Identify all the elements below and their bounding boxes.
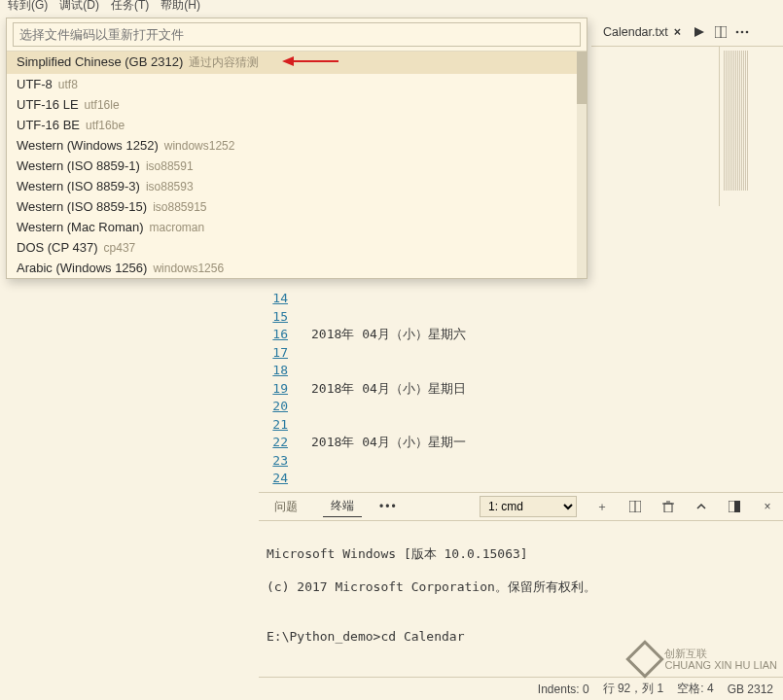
encoding-hint: utf16be: [86, 119, 125, 132]
tab-problems[interactable]: 问题: [267, 497, 305, 517]
split-editor-icon[interactable]: [712, 23, 730, 41]
scrollbar[interactable]: [577, 52, 587, 278]
editor[interactable]: 14 15 16 17 18 19 20 21 22 23 24 2018年 0…: [0, 290, 783, 486]
line-number: 20: [272, 399, 288, 413]
encoding-name: Western (ISO 8859-3): [17, 179, 140, 193]
run-icon[interactable]: [691, 23, 708, 41]
encoding-hint: windows1252: [164, 139, 235, 153]
encoding-hint: iso88591: [146, 159, 194, 173]
menu-debug[interactable]: 调试(D): [59, 0, 99, 12]
watermark-logo-icon: [626, 640, 665, 679]
encoding-option[interactable]: Western (Windows 1252) windows1252: [7, 135, 587, 156]
svg-point-5: [736, 30, 739, 33]
panel-more-icon[interactable]: •••: [379, 500, 398, 513]
encoding-name: UTF-8: [17, 77, 53, 91]
svg-rect-14: [734, 501, 740, 512]
line-number: 24: [272, 471, 288, 485]
maximize-panel-icon[interactable]: [727, 499, 742, 514]
encoding-option[interactable]: Western (ISO 8859-3) iso88593: [7, 176, 587, 196]
terminal-select[interactable]: 1: cmd: [480, 496, 577, 517]
line-number: 18: [272, 363, 288, 377]
encoding-option[interactable]: Simplified Chinese (GB 2312) 通过内容猜测: [7, 52, 587, 74]
line-number: 14: [272, 291, 288, 305]
encoding-hint: utf16le: [85, 98, 120, 112]
new-terminal-icon[interactable]: ＋: [594, 499, 610, 514]
status-bar: Indents: 0 行 92，列 1 空格: 4 GB 2312: [259, 677, 783, 700]
terminal-line: E:\Python_demo>cd Calendar: [267, 628, 775, 645]
minimap[interactable]: [719, 47, 752, 206]
encoding-list: Simplified Chinese (GB 2312) 通过内容猜测 UTF-…: [7, 52, 587, 278]
watermark-cn: 创新互联: [664, 648, 777, 659]
encoding-name: UTF-16 BE: [17, 118, 80, 132]
menu-bar: 转到(G) 调试(D) 任务(T) 帮助(H): [0, 0, 783, 12]
encoding-hint: cp437: [104, 241, 136, 255]
chevron-up-icon[interactable]: [694, 499, 709, 514]
encoding-option[interactable]: UTF-16 BE utf16be: [7, 115, 587, 135]
encoding-name: DOS (CP 437): [17, 240, 98, 255]
encoding-hint: 通过内容猜测: [189, 54, 259, 71]
menu-help[interactable]: 帮助(H): [160, 0, 200, 12]
menu-tasks[interactable]: 任务(T): [111, 0, 149, 12]
svg-marker-2: [694, 27, 704, 37]
code-line: 2018年 04月（小）星期一: [311, 434, 466, 452]
minimap-content: [724, 51, 748, 191]
encoding-picker: Simplified Chinese (GB 2312) 通过内容猜测 UTF-…: [6, 18, 587, 279]
encoding-name: Simplified Chinese (GB 2312): [17, 54, 183, 69]
svg-rect-10: [664, 504, 672, 512]
line-number: 19: [272, 381, 288, 396]
code-content[interactable]: 2018年 04月（小）星期六 2018年 04月（小）星期日 2018年 04…: [311, 290, 466, 486]
encoding-name: Arabic (Windows 1256): [17, 261, 147, 275]
encoding-option[interactable]: Western (Mac Roman) macroman: [7, 217, 587, 237]
editor-tab[interactable]: Calendar.txt ×: [597, 23, 687, 41]
encoding-option[interactable]: Western (ISO 8859-15) iso885915: [7, 196, 587, 217]
tab-title: Calendar.txt: [603, 25, 668, 39]
encoding-option[interactable]: Western (ISO 8859-1) iso88591: [7, 156, 587, 176]
encoding-option[interactable]: UTF-8 utf8: [7, 74, 587, 94]
encoding-hint: iso88593: [146, 180, 194, 193]
panel-tabs: 问题 终端 ••• 1: cmd ＋ ×: [259, 492, 783, 521]
encoding-name: UTF-16 LE: [17, 97, 79, 112]
encoding-option[interactable]: Arabic (Windows 1256) windows1256: [7, 258, 587, 278]
encoding-name: Western (Windows 1252): [17, 138, 159, 153]
encoding-option[interactable]: UTF-16 LE utf16le: [7, 94, 587, 115]
scrollbar-thumb[interactable]: [577, 52, 587, 104]
line-number: 23: [272, 453, 288, 468]
status-encoding[interactable]: GB 2312: [728, 682, 773, 696]
status-position[interactable]: 行 92，列 1: [603, 681, 664, 697]
editor-tabbar: Calendar.txt ×: [591, 18, 783, 47]
svg-point-7: [746, 30, 749, 33]
tab-terminal[interactable]: 终端: [323, 496, 362, 517]
status-spaces[interactable]: 空格: 4: [677, 681, 713, 697]
gutter: 14 15 16 17 18 19 20 21 22 23 24: [0, 290, 294, 486]
encoding-name: Western (ISO 8859-1): [17, 158, 140, 173]
encoding-search-input[interactable]: [13, 22, 581, 47]
watermark: 创新互联 CHUANG XIN HU LIAN: [631, 646, 777, 673]
terminal-line: (c) 2017 Microsoft Corporation。保留所有权利。: [267, 578, 775, 595]
code-line: 2018年 04月（小）星期六: [311, 326, 466, 344]
status-indents[interactable]: Indents: 0: [538, 682, 589, 696]
encoding-hint: windows1256: [153, 262, 224, 275]
encoding-name: Western (ISO 8859-15): [17, 199, 147, 214]
line-number: 21: [272, 417, 288, 432]
encoding-name: Western (Mac Roman): [17, 220, 144, 234]
tab-close-icon[interactable]: ×: [674, 25, 681, 39]
close-panel-icon[interactable]: ×: [760, 499, 775, 514]
menu-goto[interactable]: 转到(G): [8, 0, 48, 12]
code-line: 2018年 04月（小）星期日: [311, 380, 466, 399]
encoding-option[interactable]: DOS (CP 437) cp437: [7, 237, 587, 258]
line-number: 15: [272, 309, 288, 324]
watermark-en: CHUANG XIN HU LIAN: [664, 659, 777, 671]
encoding-hint: iso885915: [153, 200, 206, 214]
line-number: 22: [272, 435, 288, 449]
svg-point-6: [741, 30, 744, 33]
line-number: 17: [272, 345, 288, 360]
terminal-line: Microsoft Windows [版本 10.0.15063]: [267, 545, 775, 562]
encoding-hint: utf8: [58, 78, 78, 91]
split-terminal-icon[interactable]: [627, 499, 643, 514]
more-icon[interactable]: [733, 23, 751, 41]
line-number: 16: [272, 327, 288, 341]
trash-icon[interactable]: [660, 499, 676, 514]
encoding-hint: macroman: [150, 221, 205, 234]
